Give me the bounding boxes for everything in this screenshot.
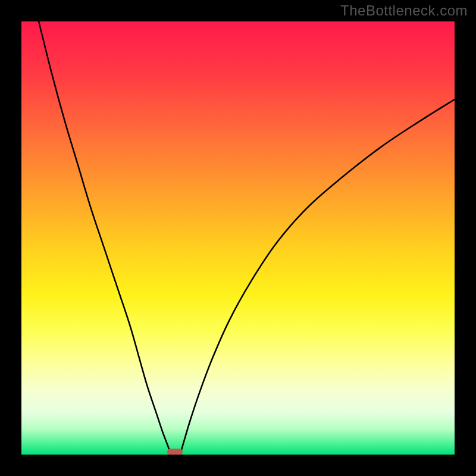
left-curve-path: [39, 21, 170, 452]
bottleneck-marker: [167, 449, 183, 455]
curve-svg: [21, 21, 455, 455]
plot-area: [21, 21, 455, 455]
watermark-text: TheBottleneck.com: [340, 2, 468, 19]
chart-frame: TheBottleneck.com: [0, 0, 476, 476]
right-curve-path: [181, 99, 455, 452]
